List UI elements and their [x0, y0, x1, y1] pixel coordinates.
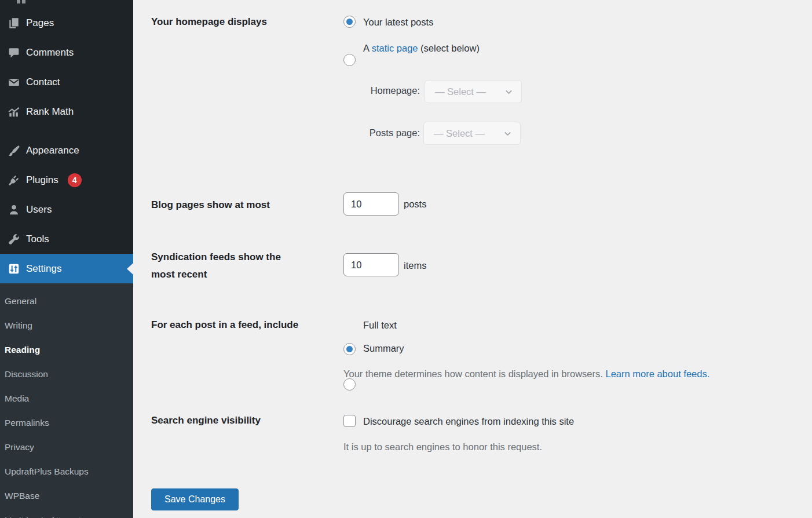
- feed-include-label: For each post in a feed, include: [151, 316, 298, 334]
- sidebar-item-label: Users: [26, 204, 52, 216]
- users-icon: [7, 203, 21, 217]
- static-page-label: A static page (select below): [363, 42, 480, 54]
- settings-submenu: General Writing Reading Discussion Media…: [0, 283, 133, 518]
- discourage-indexing-label: Discourage search engines from indexing …: [363, 415, 574, 428]
- submenu-item-limit-login-attempts[interactable]: Limit Login Attempts: [0, 508, 133, 518]
- reading-settings-form: Your homepage displays Your latest posts…: [133, 0, 812, 518]
- plugins-icon: [7, 173, 21, 187]
- syndication-input[interactable]: [343, 253, 399, 276]
- sidebar-item-plugins[interactable]: Plugins 4: [0, 165, 133, 195]
- sidebar-item-label: Appearance: [26, 145, 79, 156]
- search-visibility-note: It is up to search engines to honor this…: [343, 442, 542, 453]
- chevron-down-icon: [503, 129, 513, 138]
- plugins-update-badge: 4: [68, 173, 82, 187]
- blog-pages-unit: posts: [404, 199, 426, 210]
- sidebar-item-label: Rank Math: [26, 106, 74, 118]
- submenu-item-discussion[interactable]: Discussion: [0, 362, 133, 386]
- contact-icon: [7, 75, 21, 89]
- discourage-indexing-checkbox[interactable]: [343, 415, 356, 427]
- rank-math-icon: [7, 105, 21, 119]
- sidebar-item-label: Tools: [26, 234, 49, 245]
- syndication-unit: items: [404, 260, 426, 271]
- sidebar-item-rank-math[interactable]: Rank Math: [0, 97, 133, 126]
- posts-page-select[interactable]: — Select —: [423, 122, 521, 145]
- homepage-displays-label: Your homepage displays: [151, 13, 267, 31]
- sidebar-item-appearance[interactable]: Appearance: [0, 136, 133, 165]
- learn-more-feeds-link[interactable]: Learn more about feeds.: [605, 369, 709, 379]
- submenu-item-general[interactable]: General: [0, 289, 133, 313]
- sidebar-item-label: Plugins: [26, 174, 58, 186]
- latest-posts-label: Your latest posts: [363, 16, 433, 28]
- blog-pages-input[interactable]: [343, 192, 399, 216]
- sidebar-item-label: Pages: [26, 17, 54, 29]
- full-text-radio[interactable]: [343, 343, 356, 355]
- posts-page-select-label: Posts page:: [353, 127, 420, 138]
- submenu-item-writing[interactable]: Writing: [0, 313, 133, 338]
- submenu-item-privacy[interactable]: Privacy: [0, 435, 133, 459]
- comments-icon: [7, 46, 21, 60]
- sidebar-item-pages[interactable]: Pages: [0, 8, 133, 38]
- tools-icon: [7, 232, 21, 246]
- full-text-label: Full text: [363, 319, 397, 331]
- settings-icon: [7, 262, 21, 276]
- chevron-down-icon: [504, 87, 514, 97]
- latest-posts-radio[interactable]: [343, 16, 356, 28]
- submenu-item-permalinks[interactable]: Permalinks: [0, 411, 133, 435]
- appearance-icon: [7, 144, 21, 158]
- static-page-radio[interactable]: [343, 54, 356, 66]
- feed-note: Your theme determines how content is dis…: [343, 369, 709, 380]
- static-page-link[interactable]: static page: [372, 43, 418, 53]
- homepage-select-label: Homepage:: [353, 85, 420, 96]
- cut-off-menu-icon: [17, 0, 25, 3]
- menu-separator: [0, 126, 133, 136]
- submenu-item-media[interactable]: Media: [0, 386, 133, 411]
- admin-menu: Pages Comments Contact Rank Math A: [0, 8, 133, 283]
- sidebar-item-label: Settings: [26, 263, 61, 275]
- current-menu-arrow: [127, 263, 133, 275]
- pages-icon: [7, 16, 21, 30]
- sidebar-item-label: Comments: [26, 47, 74, 59]
- summary-label: Summary: [363, 342, 404, 355]
- sidebar-item-label: Contact: [26, 76, 60, 88]
- sidebar-item-settings[interactable]: Settings: [0, 254, 133, 283]
- save-changes-button[interactable]: Save Changes: [151, 488, 239, 510]
- syndication-label: Syndication feeds show the most recent: [151, 249, 306, 283]
- summary-radio[interactable]: [343, 378, 356, 391]
- admin-sidebar: Pages Comments Contact Rank Math A: [0, 0, 133, 518]
- sidebar-item-contact[interactable]: Contact: [0, 67, 133, 97]
- submenu-item-updraftplus[interactable]: UpdraftPlus Backups: [0, 459, 133, 484]
- homepage-select[interactable]: — Select —: [425, 80, 522, 103]
- submenu-item-wpbase[interactable]: WPBase: [0, 484, 133, 508]
- blog-pages-label: Blog pages show at most: [151, 196, 270, 214]
- sidebar-item-tools[interactable]: Tools: [0, 224, 133, 254]
- sidebar-item-users[interactable]: Users: [0, 195, 133, 224]
- submenu-item-reading[interactable]: Reading: [0, 338, 133, 362]
- search-visibility-label: Search engine visibility: [151, 412, 261, 429]
- sidebar-item-comments[interactable]: Comments: [0, 38, 133, 67]
